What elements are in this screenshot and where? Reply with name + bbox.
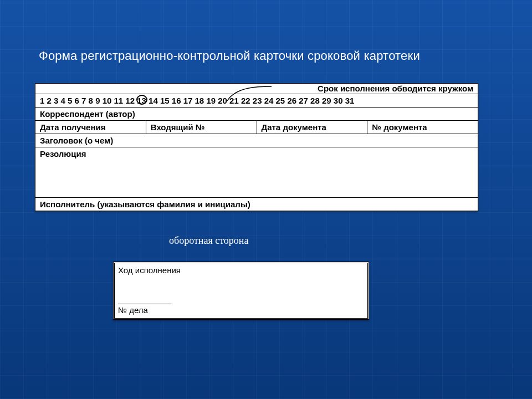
row-subject: Заголовок (о чем) bbox=[35, 134, 478, 147]
back-spacer bbox=[118, 275, 364, 301]
day-24: 24 bbox=[264, 96, 274, 105]
day-13: 13 bbox=[137, 96, 146, 105]
day-1: 1 bbox=[40, 96, 44, 105]
mid-caption: оборотная сторона bbox=[169, 235, 248, 247]
day-25: 25 bbox=[276, 96, 285, 105]
days-row: 1 2 3 4 5 6 7 8 9 10 11 12 13 14 15 16 1… bbox=[35, 94, 478, 108]
day-9: 9 bbox=[95, 96, 100, 105]
day-4: 4 bbox=[61, 96, 65, 105]
day-11: 11 bbox=[114, 96, 124, 105]
col-doc-no: № документа bbox=[367, 121, 478, 134]
day-22: 22 bbox=[241, 96, 250, 105]
back-progress: Ход исполнения bbox=[118, 265, 364, 275]
col-incoming-no: Входящий № bbox=[146, 121, 257, 134]
day-18: 18 bbox=[195, 96, 204, 105]
back-case-no: № дела bbox=[118, 305, 364, 315]
day-31: 31 bbox=[345, 96, 355, 105]
row-resolution: Резолюция bbox=[35, 147, 478, 198]
day-29: 29 bbox=[322, 96, 331, 105]
day-14: 14 bbox=[149, 96, 158, 105]
day-23: 23 bbox=[253, 96, 262, 105]
callout-text: Срок исполнения обводится кружком bbox=[318, 84, 473, 93]
card-back: Ход исполнения № дела bbox=[113, 262, 369, 320]
slide: Форма регистрационно-контрольной карточк… bbox=[0, 0, 532, 399]
day-26: 26 bbox=[287, 96, 296, 105]
day-3: 3 bbox=[54, 96, 58, 105]
day-5: 5 bbox=[68, 96, 72, 105]
day-17: 17 bbox=[183, 96, 193, 105]
slide-title: Форма регистрационно-контрольной карточк… bbox=[39, 49, 420, 63]
day-27: 27 bbox=[299, 96, 308, 105]
callout-row: Срок исполнения обводится кружком bbox=[35, 84, 478, 94]
row-executor: Исполнитель (указываются фамилия и иници… bbox=[35, 198, 478, 211]
day-7: 7 bbox=[81, 96, 86, 105]
card-front: Срок исполнения обводится кружком 1 2 3 … bbox=[35, 83, 478, 211]
back-ruleline bbox=[118, 304, 171, 304]
col-date-received: Дата получения bbox=[35, 121, 146, 134]
day-30: 30 bbox=[334, 96, 343, 105]
day-21: 21 bbox=[229, 96, 239, 105]
day-12: 12 bbox=[125, 96, 135, 105]
day-16: 16 bbox=[172, 96, 181, 105]
day-15: 15 bbox=[160, 96, 170, 105]
day-28: 28 bbox=[310, 96, 320, 105]
day-8: 8 bbox=[89, 96, 93, 105]
day-6: 6 bbox=[75, 96, 79, 105]
day-20: 20 bbox=[218, 96, 227, 105]
day-10: 10 bbox=[103, 96, 112, 105]
day-19: 19 bbox=[206, 96, 216, 105]
day-2: 2 bbox=[47, 96, 52, 105]
col-doc-date: Дата документа bbox=[257, 121, 368, 134]
row-columns: Дата получения Входящий № Дата документа… bbox=[35, 121, 478, 134]
